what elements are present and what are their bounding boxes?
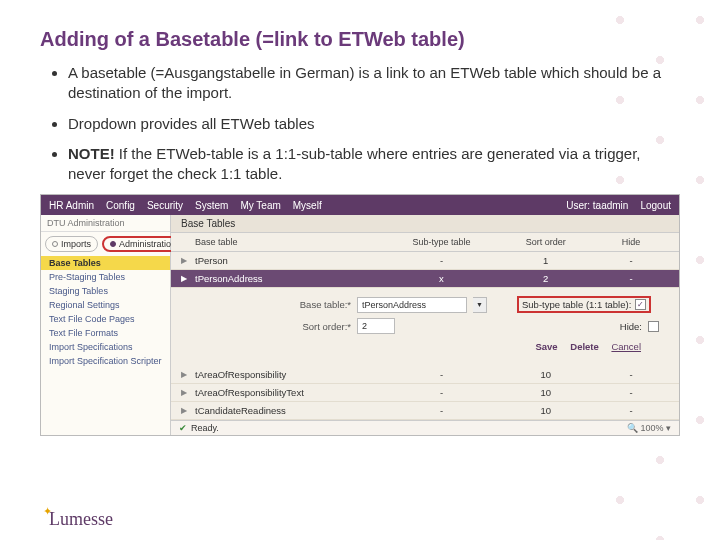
status-ready: Ready. [179, 423, 219, 433]
spark-icon: ✦ [43, 505, 52, 517]
table-row[interactable]: ▶ tPerson - 1 - [171, 252, 679, 270]
sidebar-item[interactable]: Text File Code Pages [41, 312, 170, 326]
bullet-item: A basetable (=Ausgangstabelle in German)… [68, 63, 680, 104]
menu-system[interactable]: System [195, 200, 228, 211]
collapse-icon[interactable]: ▶ [181, 274, 195, 283]
basetable-label: Base table:* [291, 299, 351, 310]
expand-icon[interactable]: ▶ [181, 406, 195, 415]
bullet-item: Dropdown provides all ETWeb tables [68, 114, 680, 134]
subtype-highlight: Sub-type table (1:1 table): ✓ [517, 296, 651, 313]
note-text: If the ETWeb-table is a 1:1-sub-table wh… [68, 145, 641, 182]
app-window: HR Admin Config Security System My Team … [40, 194, 680, 436]
bullet-list: A basetable (=Ausgangstabelle in German)… [40, 63, 680, 184]
table-row[interactable]: ▶ tAreaOfResponsibilityText - 10 - [171, 384, 679, 402]
lumesse-logo: ✦Lumesse [40, 509, 113, 530]
tab-imports[interactable]: Imports [45, 236, 98, 252]
cancel-link[interactable]: Cancel [611, 341, 641, 352]
table-header: Base table Sub-type table Sort order Hid… [171, 233, 679, 252]
main-panel: Base Tables Base table Sub-type table So… [171, 215, 679, 435]
hide-label: Hide: [620, 321, 642, 332]
sortorder-input[interactable]: 2 [357, 318, 395, 334]
save-button[interactable]: Save [535, 341, 557, 352]
menu-security[interactable]: Security [147, 200, 183, 211]
sidebar-item[interactable]: Regional Settings [41, 298, 170, 312]
col-hide: Hide [593, 237, 669, 247]
expand-icon[interactable]: ▶ [181, 256, 195, 265]
table-row-expanded[interactable]: ▶ tPersonAddress x 2 - [171, 270, 679, 288]
sidebar-item[interactable]: Staging Tables [41, 284, 170, 298]
subtype-label: Sub-type table (1:1 table): [522, 299, 631, 310]
logout-link[interactable]: Logout [640, 200, 671, 211]
slide-title: Adding of a Basetable (=link to ETWeb ta… [40, 28, 680, 51]
sidebar-item[interactable]: Text File Formats [41, 326, 170, 340]
row-detail-panel: Base table:* tPersonAddress ▼ Sub-type t… [171, 288, 679, 366]
chevron-down-icon[interactable]: ▼ [473, 297, 487, 313]
menu-config[interactable]: Config [106, 200, 135, 211]
sortorder-label: Sort order:* [291, 321, 351, 332]
sidebar: DTU Administration Imports Administratio… [41, 215, 171, 435]
menu-myself[interactable]: Myself [293, 200, 322, 211]
delete-button[interactable]: Delete [570, 341, 599, 352]
sidebar-header: DTU Administration [41, 215, 170, 232]
status-bar: Ready. 🔍 100% ▾ [171, 420, 679, 435]
zoom-level[interactable]: 🔍 100% ▾ [627, 423, 671, 433]
hide-checkbox[interactable] [648, 321, 659, 332]
bullet-item: NOTE! If the ETWeb-table is a 1:1-sub-ta… [68, 144, 680, 185]
table-row[interactable]: ▶ tAreaOfResponsibility - 10 - [171, 366, 679, 384]
note-label: NOTE! [68, 145, 115, 162]
col-base-table: Base table [195, 237, 385, 247]
sidebar-item-base-tables[interactable]: Base Tables [41, 256, 170, 270]
main-title: Base Tables [171, 215, 679, 233]
col-sort-order: Sort order [498, 237, 593, 247]
sidebar-item[interactable]: Import Specification Scripter [41, 354, 170, 368]
user-label: User: taadmin [566, 200, 628, 211]
expand-icon[interactable]: ▶ [181, 370, 195, 379]
basetable-dropdown[interactable]: tPersonAddress [357, 297, 467, 313]
expand-icon[interactable]: ▶ [181, 388, 195, 397]
col-sub-type: Sub-type table [385, 237, 499, 247]
menu-hr-admin[interactable]: HR Admin [49, 200, 94, 211]
menu-my-team[interactable]: My Team [240, 200, 280, 211]
app-menubar: HR Admin Config Security System My Team … [41, 195, 679, 215]
sidebar-item[interactable]: Pre-Staging Tables [41, 270, 170, 284]
subtype-checkbox[interactable]: ✓ [635, 299, 646, 310]
sidebar-item[interactable]: Import Specifications [41, 340, 170, 354]
table-row[interactable]: ▶ tCandidateReadiness - 10 - [171, 402, 679, 420]
